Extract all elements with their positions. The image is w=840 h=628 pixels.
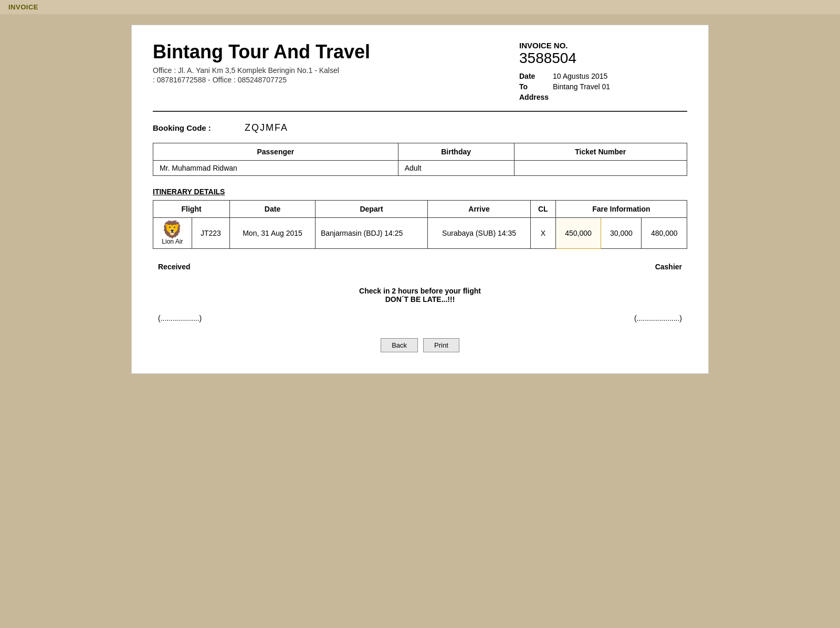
passenger-col-header: Passenger — [153, 143, 398, 161]
passenger-table: Passenger Birthday Ticket Number Mr. Muh… — [153, 143, 687, 176]
passenger-birthday: Adult — [398, 161, 514, 176]
birthday-col-header: Birthday — [398, 143, 514, 161]
sig-cashier: (.....................) — [634, 314, 682, 322]
ticket-number — [514, 161, 687, 176]
flight-date: Mon, 31 Aug 2015 — [230, 218, 316, 249]
booking-code-label: Booking Code : — [153, 123, 211, 132]
company-info: Bintang Tour And Travel Office : Jl. A. … — [153, 41, 370, 85]
print-button[interactable]: Print — [423, 338, 459, 352]
airline-logo-cell: 🦁 Lion Air — [153, 218, 192, 249]
footer-center: Check in 2 hours before your flight DON´… — [153, 287, 687, 303]
to-value: Bintang Travel 01 — [553, 81, 614, 92]
invoice-page: Bintang Tour And Travel Office : Jl. A. … — [131, 25, 709, 374]
table-row: Mr. Muhammad Ridwan Adult — [153, 161, 687, 176]
passenger-name: Mr. Muhammad Ridwan — [153, 161, 398, 176]
fare-tax: 30,000 — [601, 218, 642, 249]
invoice-top-bar: INVOICE — [0, 0, 840, 14]
cl-header: CL — [530, 201, 555, 218]
flight-header: Flight — [153, 201, 230, 218]
invoice-details-table: Date 10 Agustus 2015 To Bintang Travel 0… — [519, 71, 614, 102]
company-address: Office : Jl. A. Yani Km 3,5 Komplek Beri… — [153, 66, 370, 75]
back-button[interactable]: Back — [381, 338, 418, 352]
itinerary-table: Flight Date Depart Arrive CL Fare Inform… — [153, 200, 687, 249]
airline-name: Lion Air — [162, 238, 183, 245]
arrive-header: Arrive — [428, 201, 531, 218]
company-name: Bintang Tour And Travel — [153, 41, 370, 63]
invoice-info: INVOICE NO. 3588504 Date 10 Agustus 2015… — [519, 41, 687, 102]
sig-received: (...................) — [158, 314, 202, 322]
footer-section: Received Cashier — [153, 263, 687, 271]
top-bar-label: INVOICE — [8, 3, 38, 11]
fare-total: 480,000 — [642, 218, 687, 249]
fare-header: Fare Information — [555, 201, 687, 218]
arrive-info: Surabaya (SUB) 14:35 — [428, 218, 531, 249]
booking-code-value: ZQJMFA — [245, 122, 288, 133]
class-code: X — [530, 218, 555, 249]
invoice-no-label: INVOICE NO. — [519, 41, 687, 50]
company-phone: : 087816772588 - Office : 085248707725 — [153, 76, 370, 84]
cashier-label: Cashier — [655, 263, 682, 271]
invoice-no-value: 3588504 — [519, 50, 687, 67]
header-section: Bintang Tour And Travel Office : Jl. A. … — [153, 41, 687, 112]
lion-air-logo: 🦁 Lion Air — [159, 221, 186, 245]
flight-no: JT223 — [192, 218, 229, 249]
address-value — [553, 92, 614, 102]
itinerary-row: 🦁 Lion Air JT223 Mon, 31 Aug 2015 Banjar… — [153, 218, 687, 249]
depart-info: Banjarmasin (BDJ) 14:25 — [315, 218, 427, 249]
reminder1: Check in 2 hours before your flight — [153, 287, 687, 295]
fare-base: 450,000 — [555, 218, 601, 249]
date-label: Date — [519, 71, 553, 81]
address-label: Address — [519, 92, 553, 102]
button-row: Back Print — [153, 338, 687, 352]
lion-air-icon: 🦁 — [162, 221, 183, 238]
date-header: Date — [230, 201, 316, 218]
booking-code-section: Booking Code : ZQJMFA — [153, 122, 687, 133]
reminder2: DON´T BE LATE...!!! — [153, 295, 687, 303]
ticket-col-header: Ticket Number — [514, 143, 687, 161]
itinerary-title: ITINERARY DETAILS — [153, 187, 687, 196]
received-label: Received — [158, 263, 190, 271]
date-value: 10 Agustus 2015 — [553, 71, 614, 81]
to-label: To — [519, 81, 553, 92]
depart-header: Depart — [315, 201, 427, 218]
signature-section: (...................) (.................… — [153, 314, 687, 322]
